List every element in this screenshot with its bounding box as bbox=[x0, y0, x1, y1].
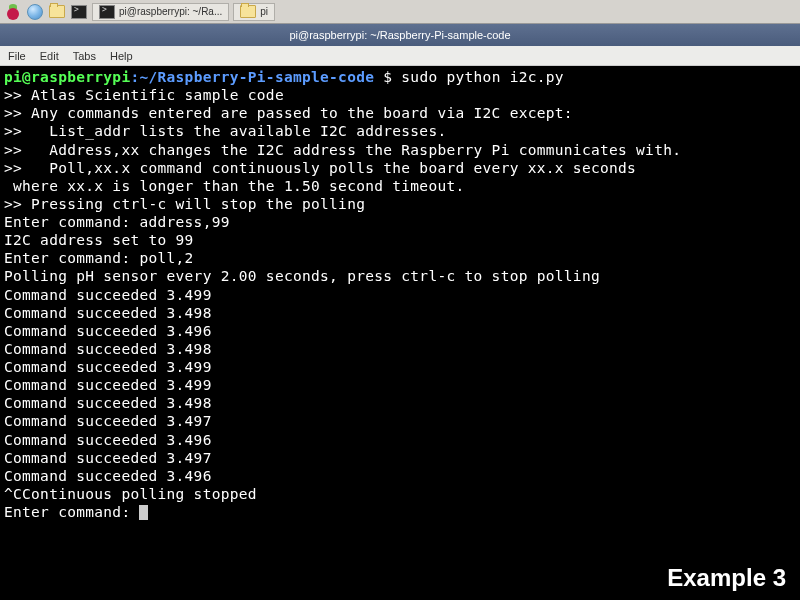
window-titlebar: pi@raspberrypi: ~/Raspberry-Pi-sample-co… bbox=[0, 24, 800, 46]
taskbar-item-terminal[interactable]: pi@raspberrypi: ~/Ra... bbox=[92, 3, 229, 21]
terminal-line: >> Poll,xx.x command continuously polls … bbox=[4, 160, 636, 176]
window-title: pi@raspberrypi: ~/Raspberry-Pi-sample-co… bbox=[289, 29, 510, 41]
terminal-line: Command succeeded 3.497 bbox=[4, 450, 212, 466]
terminal-line: Command succeeded 3.498 bbox=[4, 305, 212, 321]
taskbar-item-folder[interactable]: pi bbox=[233, 3, 275, 21]
terminal-output[interactable]: pi@raspberrypi:~/Raspberry-Pi-sample-cod… bbox=[0, 66, 800, 523]
terminal-line: Command succeeded 3.496 bbox=[4, 323, 212, 339]
terminal-icon bbox=[99, 5, 115, 19]
folder-icon bbox=[240, 5, 256, 18]
terminal-line: Command succeeded 3.496 bbox=[4, 468, 212, 484]
menu-tabs[interactable]: Tabs bbox=[73, 50, 96, 62]
watermark-label: Example 3 bbox=[667, 564, 786, 592]
terminal-line: ^CContinuous polling stopped bbox=[4, 486, 257, 502]
taskbar-item-label: pi@raspberrypi: ~/Ra... bbox=[119, 6, 222, 17]
terminal-line: >> Address,xx changes the I2C address th… bbox=[4, 142, 681, 158]
terminal-line: I2C address set to 99 bbox=[4, 232, 194, 248]
cursor-icon bbox=[139, 505, 148, 520]
taskbar: pi@raspberrypi: ~/Ra... pi bbox=[0, 0, 800, 24]
menu-file[interactable]: File bbox=[8, 50, 26, 62]
file-manager-icon[interactable] bbox=[48, 3, 66, 21]
terminal-line: Command succeeded 3.496 bbox=[4, 432, 212, 448]
terminal-line: >> List_addr lists the available I2C add… bbox=[4, 123, 446, 139]
menubar: File Edit Tabs Help bbox=[0, 46, 800, 66]
terminal-line: Command succeeded 3.499 bbox=[4, 287, 212, 303]
web-browser-icon[interactable] bbox=[26, 3, 44, 21]
terminal-line: Command succeeded 3.499 bbox=[4, 359, 212, 375]
prompt-command: sudo python i2c.py bbox=[401, 69, 564, 85]
taskbar-item-label: pi bbox=[260, 6, 268, 17]
terminal-line: Command succeeded 3.498 bbox=[4, 395, 212, 411]
menu-raspberry-icon[interactable] bbox=[4, 3, 22, 21]
terminal-launcher-icon[interactable] bbox=[70, 3, 88, 21]
prompt-userhost: pi@raspberrypi bbox=[4, 69, 130, 85]
menu-edit[interactable]: Edit bbox=[40, 50, 59, 62]
terminal-line: where xx.x is longer than the 1.50 secon… bbox=[4, 178, 465, 194]
terminal-line: Polling pH sensor every 2.00 seconds, pr… bbox=[4, 268, 600, 284]
prompt-symbol: $ bbox=[374, 69, 401, 85]
terminal-line: >> Any commands entered are passed to th… bbox=[4, 105, 573, 121]
terminal-line: Command succeeded 3.497 bbox=[4, 413, 212, 429]
terminal-line: Command succeeded 3.498 bbox=[4, 341, 212, 357]
prompt-path: ~/Raspberry-Pi-sample-code bbox=[139, 69, 374, 85]
terminal-line: >> Atlas Scientific sample code bbox=[4, 87, 284, 103]
terminal-line: Enter command: bbox=[4, 504, 139, 520]
menu-help[interactable]: Help bbox=[110, 50, 133, 62]
terminal-line: Enter command: poll,2 bbox=[4, 250, 194, 266]
terminal-line: Command succeeded 3.499 bbox=[4, 377, 212, 393]
terminal-line: Enter command: address,99 bbox=[4, 214, 230, 230]
terminal-line: >> Pressing ctrl-c will stop the polling bbox=[4, 196, 365, 212]
